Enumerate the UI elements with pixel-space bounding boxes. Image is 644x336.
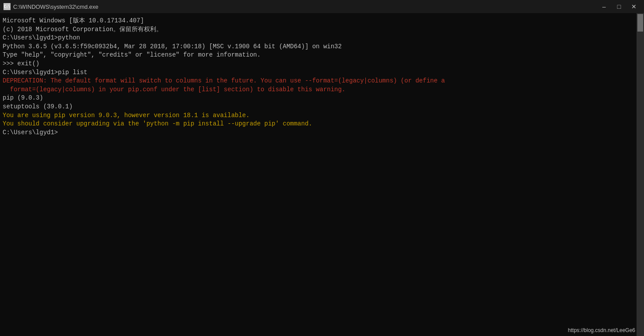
terminal-line: >>> exit() [3,60,634,68]
terminal-line: Type "help", "copyright", "credits" or "… [3,51,634,60]
terminal-line: setuptools (39.0.1) [3,103,634,111]
title-bar: C:\ C:\WINDOWS\system32\cmd.exe – □ ✕ [0,0,644,13]
close-button[interactable]: ✕ [627,2,640,11]
minimize-button[interactable]: – [597,2,611,11]
terminal-line: You should consider upgrading via the 'p… [3,120,634,129]
scrollbar[interactable] [637,13,644,336]
terminal-line: Microsoft Windows [版本 10.0.17134.407] [3,17,634,25]
watermark: https://blog.csdn.net/LeeGe6 [568,327,635,333]
terminal-line: DEPRECATION: The default format will swi… [3,77,634,86]
window-title: C:\WINDOWS\system32\cmd.exe [13,4,597,10]
app-icon: C:\ [4,3,11,10]
terminal-line: format=(legacy|columns) in your pip.conf… [3,86,634,94]
terminal-output[interactable]: Microsoft Windows [版本 10.0.17134.407](c)… [0,13,637,336]
terminal-line: C:\Users\lgyd1>pip list [3,68,634,77]
terminal-line: Python 3.6.5 (v3.6.5:f59c0932b4, Mar 28 … [3,43,634,51]
window-controls: – □ ✕ [597,2,640,11]
terminal-line: (c) 2018 Microsoft Corporation。保留所有权利。 [3,25,634,34]
scrollbar-thumb[interactable] [637,14,643,32]
terminal-line: C:\Users\lgyd1>python [3,34,634,43]
terminal-line: pip (9.0.3) [3,94,634,103]
maximize-button[interactable]: □ [612,2,626,11]
terminal-line: You are using pip version 9.0.3, however… [3,111,634,120]
content-area: Microsoft Windows [版本 10.0.17134.407](c)… [0,13,644,336]
terminal-line: C:\Users\lgyd1> [3,129,634,137]
window: C:\ C:\WINDOWS\system32\cmd.exe – □ ✕ Mi… [0,0,644,336]
